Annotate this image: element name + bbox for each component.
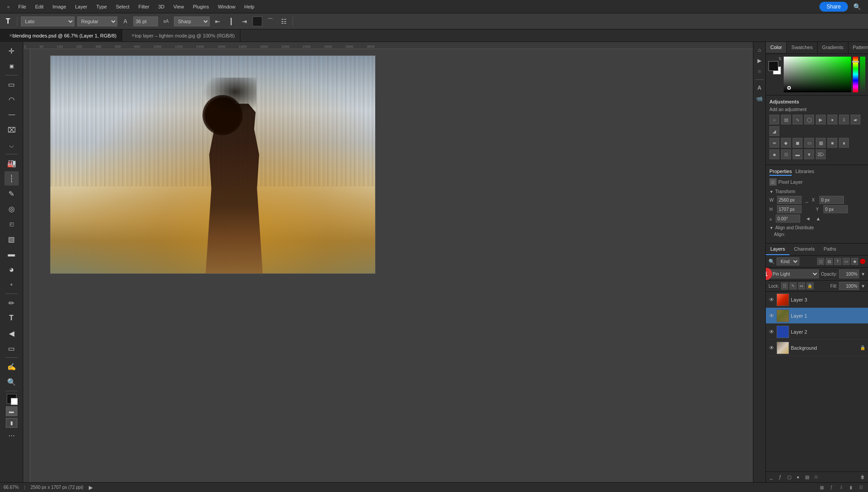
adj-posterize-icon[interactable]: ▭ [804, 138, 814, 148]
menu-edit[interactable]: Edit [32, 3, 47, 10]
flip-v-icon[interactable]: ▲ [816, 216, 821, 221]
search-icon[interactable]: 🔍 [850, 2, 864, 11]
adj-levels-icon[interactable]: ▤ [781, 115, 791, 124]
filter-shape-icon[interactable]: ▭ [843, 258, 850, 265]
marquee-tool[interactable]: ▭ [4, 77, 19, 91]
adj-bw-icon[interactable]: ▰ [851, 115, 860, 124]
opacity-input[interactable] [839, 269, 859, 278]
adj-photo-filter-icon[interactable]: ◢ [769, 126, 779, 136]
layer-item-background[interactable]: 👁 Background 🔒 [766, 340, 868, 356]
eraser-tool[interactable]: ▧ [4, 232, 19, 246]
layer-item-layer3[interactable]: 👁 Layer 3 [766, 292, 868, 308]
angle-input[interactable] [776, 215, 800, 223]
artboard-tool[interactable]: ▣ [4, 59, 19, 73]
layer-item-layer2[interactable]: 👁 Layer 2 [766, 324, 868, 340]
height-input[interactable] [777, 205, 802, 213]
tab-libraries[interactable]: Libraries [795, 169, 814, 176]
foreground-swatch[interactable] [769, 61, 778, 71]
link-layers-icon[interactable]: ⎯ [768, 474, 775, 481]
adj-channelmixer-icon[interactable]: ⇎ [769, 138, 779, 148]
align-right-icon[interactable]: ⇥ [239, 16, 250, 27]
lock-pixels-icon[interactable]: ☷ [781, 282, 788, 289]
panel-icon-home[interactable]: ⌂ [755, 45, 764, 54]
panel-icon-arrow[interactable]: ▶ [755, 56, 764, 65]
tab-properties[interactable]: Properties [769, 169, 792, 176]
flip-h-icon[interactable]: ◄ [806, 216, 810, 221]
lock-all-icon[interactable]: 🔒 [806, 282, 814, 289]
filter-type-icon[interactable]: T [834, 258, 841, 265]
link-wh-icon[interactable]: ⎯ [805, 197, 808, 203]
adj-brightness-icon[interactable]: ☼ [769, 115, 779, 124]
adj-pattern-icon[interactable]: ☷ [781, 149, 791, 159]
menu-image[interactable]: Image [49, 3, 70, 10]
menu-3d[interactable]: 3D [155, 3, 168, 10]
transform-title[interactable]: ▼ Transform [769, 189, 864, 194]
menu-plugins[interactable]: Plugins [189, 3, 212, 10]
font-size-input[interactable] [133, 17, 158, 26]
panel-icon-bubble[interactable]: ◾ [755, 67, 764, 76]
quick-mask-button[interactable]: ▬ [6, 406, 17, 416]
adj-shadow-icon[interactable]: ▼ [804, 149, 814, 159]
canvas-document[interactable] [50, 55, 376, 274]
tab-blending-modes[interactable]: ✕ blending modes.psd @ 66.7% (Layer 1, R… [0, 29, 122, 42]
eyedropper-tool[interactable]: 🏭 [4, 156, 19, 170]
tab-patterns[interactable]: Patterns [848, 42, 868, 54]
swap-colors-icon[interactable]: ⇅ [778, 57, 782, 61]
tab-top-layer[interactable]: ✕ top layer – lighten mode.jpg @ 100% (R… [122, 29, 240, 42]
move-tool[interactable]: ✛ [4, 44, 19, 58]
menu-type[interactable]: Type [93, 3, 111, 10]
adj-hsl-icon[interactable]: ● [827, 115, 837, 124]
adj-solidcolor-icon[interactable]: ■ [769, 149, 779, 159]
tab-paths[interactable]: Paths [819, 244, 841, 255]
adj-invert-icon[interactable]: ◼ [793, 138, 802, 148]
align-center-icon[interactable]: ┃ [226, 16, 236, 27]
menu-layer[interactable]: Layer [71, 3, 91, 10]
add-mask-icon[interactable]: ▢ [785, 474, 793, 481]
blend-mode-select[interactable]: Pin Light [769, 269, 819, 278]
path-select-tool[interactable]: ◀ [4, 326, 19, 340]
y-input[interactable] [823, 205, 848, 213]
share-button[interactable]: Share [819, 2, 848, 12]
adj-curves-icon[interactable]: ∿ [793, 115, 802, 124]
status-fx-icon[interactable]: ƒ [828, 484, 835, 491]
history-brush-tool[interactable]: ◰ [4, 217, 19, 231]
zoom-tool[interactable]: 🔍 [4, 375, 19, 389]
quick-select-tool[interactable]: ⸻ [4, 107, 19, 122]
foreground-color[interactable] [7, 394, 17, 404]
tab-layers[interactable]: Layers [766, 244, 789, 255]
fill-input[interactable] [839, 282, 859, 290]
adj-gradient-icon[interactable]: ∎ [839, 138, 849, 148]
color-gradient-picker[interactable] [784, 57, 851, 92]
tab-color[interactable]: Color [766, 42, 787, 54]
tab-close-btn-1[interactable]: ✕ [9, 33, 12, 38]
clone-tool[interactable]: ◎ [4, 202, 19, 216]
text-color-swatch[interactable] [252, 17, 262, 26]
filter-pixel-icon[interactable]: ◫ [817, 258, 824, 265]
adj-grad2-icon[interactable]: ▬ [793, 149, 802, 159]
delete-layer-icon[interactable]: 🗑 [859, 474, 866, 481]
lock-position-icon[interactable]: ✎ [789, 282, 797, 289]
char-panel-icon[interactable]: ☷ [278, 16, 289, 27]
layer1-visibility-icon[interactable]: 👁 [769, 313, 775, 319]
shape-tool[interactable]: ▭ [4, 341, 19, 356]
adj-colorlookup-icon[interactable]: ◆ [781, 138, 791, 148]
layer3-visibility-icon[interactable]: 👁 [769, 297, 775, 303]
align-title[interactable]: ▼ Align and Distribute [769, 225, 864, 230]
menu-help[interactable]: Help [241, 3, 258, 10]
adj-selectivecolor-icon[interactable]: ■ [827, 138, 837, 148]
adj-grid-icon[interactable]: ⌦ [816, 149, 826, 159]
tab-close-btn-2[interactable]: ✕ [131, 33, 135, 38]
crop-tool[interactable]: ⌧ [4, 123, 19, 137]
new-group-icon[interactable]: ▤ [803, 474, 810, 481]
adj-exposure-icon[interactable]: ◯ [804, 115, 814, 124]
pen-tool[interactable]: ✏ [4, 296, 19, 310]
panel-icon-fx[interactable]: 📹 [755, 94, 764, 103]
dodge-tool[interactable]: ⚬ [4, 277, 19, 292]
align-left-icon[interactable]: ⇤ [212, 16, 223, 27]
filter-smartobj-icon[interactable]: ◆ [851, 258, 858, 265]
menu-file[interactable]: File [15, 3, 30, 10]
brush-tool[interactable]: ✎ [4, 186, 19, 201]
filter-kind-select[interactable]: Kind [777, 257, 799, 265]
width-input[interactable] [777, 196, 802, 204]
layer-item-layer1[interactable]: 👁 Layer 1 [766, 308, 868, 324]
